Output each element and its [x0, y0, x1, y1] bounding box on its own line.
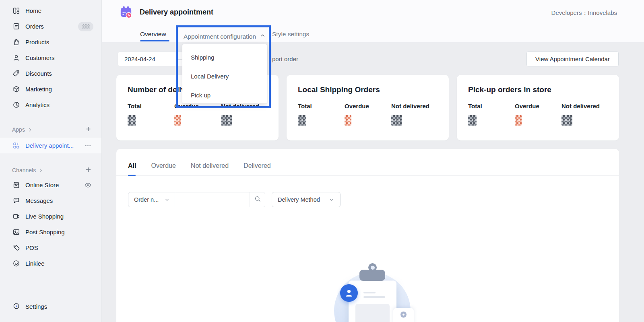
add-channel-button[interactable] — [85, 166, 92, 174]
sidebar-section-apps[interactable]: Apps — [0, 122, 101, 137]
sidebar-channel-post-shopping[interactable]: Post Shopping — [0, 224, 101, 240]
tab-style-settings[interactable]: Style settings — [272, 31, 309, 38]
person-icon — [343, 287, 355, 299]
sidebar-channel-pos[interactable]: POS — [0, 240, 101, 256]
dropdown-item-pick-up[interactable]: Pick up — [182, 86, 267, 105]
sidebar-channel-messages[interactable]: Messages — [0, 193, 101, 208]
censored-value — [345, 115, 351, 126]
sidebar-item-discounts[interactable]: Discounts — [0, 66, 101, 81]
plus-icon — [85, 126, 92, 134]
post-shopping-icon — [12, 228, 20, 236]
orders-panel: AllOverdueNot deliveredDelivered Order n… — [116, 149, 619, 322]
appointment-configuration-label: Appointment configuration — [184, 33, 256, 40]
censored-value — [82, 24, 90, 29]
orders-filter-tabs: AllOverdueNot deliveredDelivered — [116, 149, 619, 176]
date-start-value: 2024-04-24 — [124, 56, 155, 62]
orders-tab-not-delivered[interactable]: Not delivered — [191, 162, 229, 175]
add-app-button[interactable] — [85, 126, 92, 134]
sidebar-channel-live-shopping[interactable]: Live Shopping — [0, 208, 101, 224]
grid-plus-icon — [12, 142, 20, 150]
sidebar-apps-nav: Delivery appoint... — [0, 138, 101, 153]
stat-overdue: Overdue — [515, 103, 561, 126]
chevron-down-icon — [164, 197, 170, 202]
eye-icon[interactable] — [84, 181, 92, 189]
stat-label: Not delivered — [391, 103, 438, 109]
caret-up-icon — [260, 33, 266, 40]
apps-section-label: Apps — [12, 126, 25, 133]
sidebar-channel-online-store[interactable]: Online Store — [0, 177, 101, 193]
search-button[interactable] — [250, 192, 265, 207]
orders-tab-all[interactable]: All — [128, 162, 136, 175]
tab-appointment-configuration[interactable]: Appointment configuration — [184, 33, 266, 40]
discounts-icon — [12, 70, 20, 78]
orders-tab-delivered[interactable]: Delivered — [244, 162, 271, 175]
stat-total: Total — [468, 103, 515, 126]
dropdown-item-shipping[interactable]: Shipping — [182, 48, 267, 67]
censored-value — [561, 115, 572, 126]
storefront-icon — [12, 181, 20, 189]
sidebar-channels-nav: Online StoreMessagesLive ShoppingPost Sh… — [0, 177, 101, 271]
messages-icon — [12, 197, 20, 205]
empty-state-user-avatar — [340, 284, 358, 302]
linkiee-icon — [12, 260, 20, 268]
sidebar-channel-linkiee[interactable]: Linkiee — [0, 256, 101, 271]
tab-overview[interactable]: Overview — [140, 31, 166, 38]
more-icon[interactable] — [84, 142, 92, 149]
censored-value — [174, 115, 181, 126]
channels-section-label: Channels — [12, 167, 36, 173]
delivery-method-selector[interactable]: Delivery Method — [272, 192, 341, 207]
stat-not-delivered: Not delivered — [391, 103, 438, 126]
stat-label: Total — [298, 103, 345, 109]
orders-filters: Order n... Delivery Method — [128, 192, 619, 207]
orders-tab-overdue[interactable]: Overdue — [151, 162, 175, 175]
censored-value — [391, 115, 402, 126]
search-field-selector[interactable]: Order n... — [128, 192, 175, 207]
active-tab-underline — [140, 40, 169, 41]
sidebar-item-products[interactable]: Products — [0, 34, 101, 50]
clipboard-text-line — [363, 296, 385, 298]
censored-value — [221, 115, 232, 126]
sidebar: HomeOrdersProductsCustomersDiscountsMark… — [0, 0, 102, 322]
stat-total: Total — [128, 103, 174, 126]
stat-overdue: Overdue — [345, 103, 391, 126]
dropdown-item-local-delivery[interactable]: Local Delivery — [182, 67, 267, 86]
person-icon — [400, 312, 407, 318]
order-search-input[interactable] — [175, 192, 250, 207]
sidebar-item-marketing[interactable]: Marketing — [0, 81, 101, 97]
products-icon — [12, 38, 20, 46]
chevron-right-icon — [27, 127, 33, 132]
live-shopping-icon — [12, 213, 20, 221]
clipboard-content-block — [355, 304, 390, 322]
sidebar-item-analytics[interactable]: Analytics — [0, 97, 101, 113]
page-title: Delivery appointment — [140, 8, 213, 17]
sidebar-item-home[interactable]: Home — [0, 3, 101, 19]
sidebar-item-customers[interactable]: Customers — [0, 50, 101, 66]
pos-tag-icon — [12, 244, 20, 252]
sidebar-app-delivery-appoint[interactable]: Delivery appoint... — [0, 138, 101, 153]
sidebar-section-channels[interactable]: Channels — [0, 163, 101, 178]
search-icon — [254, 195, 261, 204]
main-area: Delivery appointment Developers：Innovela… — [102, 0, 644, 322]
delivery-method-value: Delivery Method — [278, 196, 320, 203]
export-order-button-partial[interactable]: port order — [272, 56, 298, 62]
stat-card-local-shipping-orders: Local Shipping OrdersTotalOverdueNot del… — [287, 75, 449, 140]
stat-label: Total — [468, 103, 515, 109]
censored-value — [468, 115, 477, 126]
marketing-icon — [12, 85, 20, 93]
sidebar-item-orders[interactable]: Orders — [0, 19, 101, 34]
clipboard-clip-hole — [371, 266, 375, 270]
calendar-clock-icon — [120, 6, 132, 19]
chevron-down-icon — [329, 197, 334, 202]
stat-label: Not delivered — [561, 103, 608, 109]
account-label: Developers：Innovelabs — [551, 9, 617, 17]
stat-label: Total — [128, 103, 174, 109]
empty-state-mini-card — [393, 308, 414, 322]
stat-not-delivered: Not delivered — [561, 103, 608, 126]
stat-label: Overdue — [345, 103, 391, 109]
view-appointment-calendar-button[interactable]: View Appointment Calendar — [526, 52, 619, 66]
sidebar-footer-nav: Settings — [0, 299, 101, 314]
stat-card-title: Pick-up orders in store — [468, 85, 619, 94]
sidebar-main-nav: HomeOrdersProductsCustomersDiscountsMark… — [0, 3, 101, 113]
sidebar-item-settings[interactable]: Settings — [0, 299, 101, 314]
search-field-value: Order n... — [134, 196, 159, 203]
